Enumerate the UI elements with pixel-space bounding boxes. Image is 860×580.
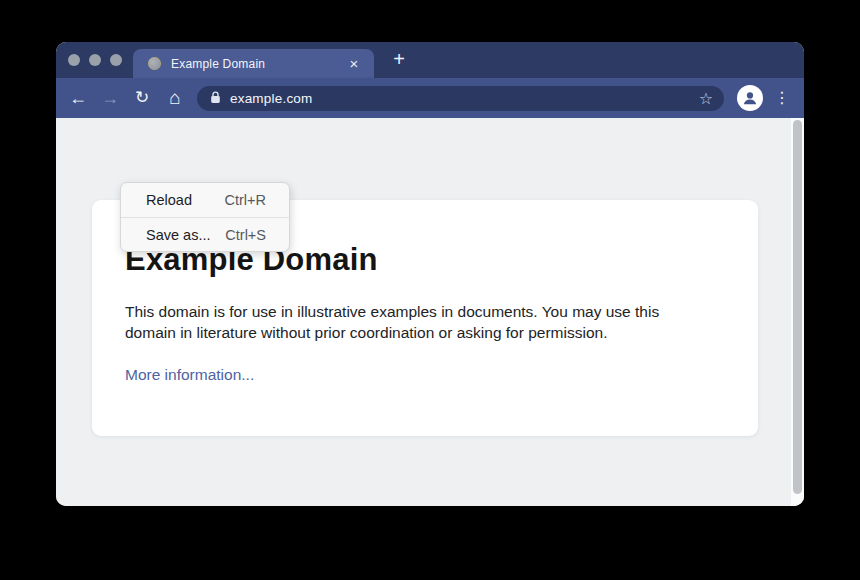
- close-window-button[interactable]: [68, 54, 80, 66]
- browser-window: Example Domain × + ← → ↻ ⌂ example.com ☆: [56, 42, 804, 506]
- tab-example-domain[interactable]: Example Domain ×: [133, 49, 374, 78]
- page-paragraph: This domain is for use in illustrative e…: [125, 301, 722, 343]
- favicon-icon: [148, 57, 161, 70]
- minimize-window-button[interactable]: [89, 54, 101, 66]
- scrollbar-thumb[interactable]: [793, 120, 802, 494]
- titlebar: Example Domain × +: [56, 42, 804, 78]
- menu-item-label: Reload: [146, 192, 192, 208]
- tab-title: Example Domain: [171, 57, 346, 71]
- zoom-window-button[interactable]: [110, 54, 122, 66]
- back-icon[interactable]: ←: [66, 86, 90, 110]
- screenshot-stage: Example Domain × + ← → ↻ ⌂ example.com ☆: [0, 0, 860, 580]
- menu-item-shortcut: Ctrl+R: [225, 192, 267, 208]
- tab-close-icon[interactable]: ×: [346, 56, 362, 72]
- page-content: Reload Ctrl+R Save as... Ctrl+S Example …: [56, 118, 804, 506]
- new-tab-button[interactable]: +: [386, 47, 412, 73]
- home-icon[interactable]: ⌂: [163, 86, 187, 110]
- scrollbar-track[interactable]: [791, 118, 804, 506]
- browser-menu-icon[interactable]: ⋮: [772, 86, 792, 110]
- context-menu: Reload Ctrl+R Save as... Ctrl+S: [120, 182, 290, 252]
- context-menu-item-save-as[interactable]: Save as... Ctrl+S: [121, 217, 289, 251]
- traffic-lights: [68, 54, 122, 66]
- menu-item-label: Save as...: [146, 227, 210, 243]
- url-text: example.com: [230, 91, 312, 106]
- toolbar: ← → ↻ ⌂ example.com ☆ ⋮: [56, 78, 804, 118]
- paragraph-line: This domain is for use in illustrative e…: [125, 301, 722, 322]
- address-bar[interactable]: example.com ☆: [197, 86, 724, 111]
- reload-icon[interactable]: ↻: [130, 86, 154, 110]
- menu-item-shortcut: Ctrl+S: [225, 227, 266, 243]
- more-information-link[interactable]: More information...: [125, 366, 254, 384]
- profile-avatar[interactable]: [737, 85, 763, 111]
- context-menu-item-reload[interactable]: Reload Ctrl+R: [121, 183, 289, 217]
- paragraph-line: domain in literature without prior coord…: [125, 322, 722, 343]
- person-icon: [741, 89, 759, 107]
- bookmark-star-icon[interactable]: ☆: [695, 87, 717, 109]
- lock-icon: [210, 90, 221, 108]
- forward-icon[interactable]: →: [98, 86, 122, 110]
